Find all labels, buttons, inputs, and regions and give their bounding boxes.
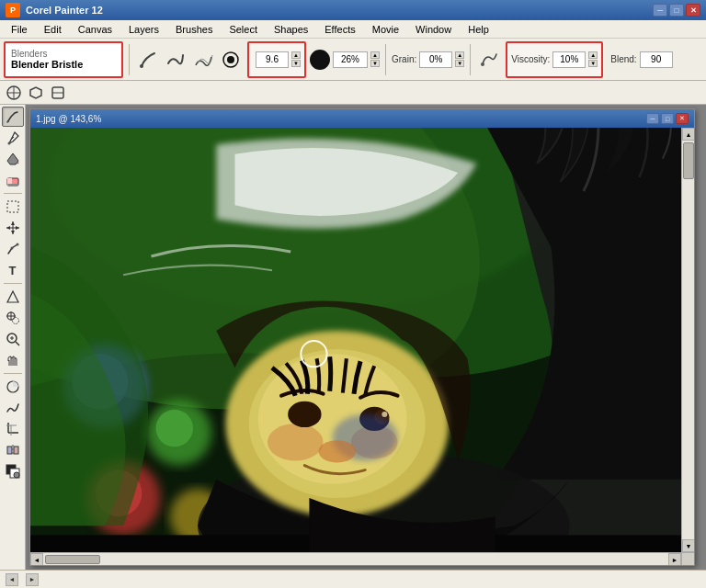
tool-transform[interactable]	[2, 218, 24, 238]
brush-category: Blenders	[11, 49, 116, 59]
doc-close-button[interactable]: ✕	[676, 113, 689, 124]
grain-up[interactable]: ▲	[455, 51, 464, 59]
maximize-button[interactable]: □	[669, 4, 684, 17]
menu-help[interactable]: Help	[461, 22, 496, 37]
viscosity-input[interactable]	[552, 51, 586, 68]
svg-point-42	[14, 472, 19, 478]
tool-dodge[interactable]	[2, 377, 24, 397]
opacity-spinner[interactable]: ▲ ▼	[370, 51, 380, 67]
scroll-down-button[interactable]: ▼	[682, 539, 694, 552]
scroll-v-track[interactable]	[682, 141, 694, 539]
app-title: Corel Painter 12	[26, 5, 653, 16]
tool-smudge[interactable]	[2, 398, 24, 418]
tab-scroll-right[interactable]: ►	[26, 573, 39, 586]
brush-stroke-tool-3[interactable]	[190, 47, 216, 73]
opacity-up[interactable]: ▲	[370, 51, 380, 59]
svg-marker-20	[16, 226, 19, 230]
size-input[interactable]	[256, 51, 289, 68]
size-spinner[interactable]: ▲ ▼	[291, 51, 301, 67]
tool-color[interactable]	[2, 461, 24, 481]
opacity-input[interactable]	[333, 51, 368, 68]
svg-point-10	[7, 142, 10, 145]
svg-marker-23	[7, 291, 18, 302]
vertical-scrollbar[interactable]: ▲ ▼	[681, 128, 694, 552]
tab-scroll-left[interactable]: ◄	[6, 573, 18, 586]
scroll-h-track[interactable]	[43, 553, 668, 565]
artwork-image	[30, 128, 681, 552]
viscosity-down[interactable]: ▼	[588, 60, 598, 67]
brush-selector[interactable]: Blenders Blender Bristle	[4, 41, 123, 78]
tool-crop[interactable]	[2, 419, 24, 439]
blend-input[interactable]	[640, 51, 673, 68]
menu-canvas[interactable]: Canvas	[71, 22, 120, 37]
brush-stroke-tool-1[interactable]	[135, 47, 161, 73]
document-titlebar: 1.jpg @ 143,6% ─ □ ✕	[30, 109, 694, 128]
scroll-v-thumb[interactable]	[683, 142, 694, 179]
opacity-down[interactable]: ▼	[370, 60, 380, 67]
viscosity-up[interactable]: ▲	[588, 51, 598, 59]
scroll-up-button[interactable]: ▲	[682, 128, 694, 141]
grain-down[interactable]: ▼	[455, 60, 464, 67]
sub-tool-2[interactable]	[26, 83, 46, 103]
tool-shape[interactable]	[2, 287, 24, 307]
toolbox: T	[0, 105, 26, 570]
menu-file[interactable]: File	[4, 22, 35, 37]
sub-tool-3[interactable]	[48, 83, 68, 103]
horizontal-scrollbar[interactable]: ◄ ►	[30, 552, 681, 565]
tool-magnify[interactable]	[2, 329, 24, 349]
app-icon: P	[6, 3, 20, 17]
brush-stroke-tool-2[interactable]	[163, 47, 188, 73]
sub-tool-1[interactable]	[4, 83, 24, 103]
size-preview-circle	[218, 47, 244, 73]
menu-movie[interactable]: Movie	[365, 22, 406, 37]
menu-shapes[interactable]: Shapes	[267, 22, 315, 37]
svg-point-21	[10, 247, 13, 250]
menu-layers[interactable]: Layers	[121, 22, 166, 37]
scroll-h-thumb[interactable]	[45, 555, 100, 564]
grain-label: Grain:	[392, 54, 416, 64]
tool-clone[interactable]	[2, 308, 24, 328]
size-control-group: ▲ ▼	[247, 41, 306, 78]
tool-selection[interactable]	[2, 197, 24, 217]
tool-fill[interactable]	[2, 149, 24, 169]
brush-tool-icons	[135, 47, 244, 73]
svg-point-61	[381, 412, 387, 417]
scroll-left-button[interactable]: ◄	[30, 553, 43, 565]
menu-brushes[interactable]: Brushes	[168, 22, 220, 37]
tool-dropper[interactable]	[2, 128, 24, 148]
separator-2	[385, 44, 386, 75]
grain-spinner[interactable]: ▲ ▼	[455, 51, 464, 67]
tool-pen[interactable]	[2, 239, 24, 259]
main-layout: T	[0, 105, 706, 570]
doc-maximize-button[interactable]: □	[661, 113, 674, 124]
toolbox-sep-3	[4, 373, 22, 374]
svg-point-22	[16, 243, 18, 246]
tool-eraser[interactable]	[2, 170, 24, 190]
scroll-right-button[interactable]: ►	[668, 553, 681, 565]
viscosity-spinner[interactable]: ▲ ▼	[588, 51, 598, 67]
brush-style-icon[interactable]	[476, 47, 502, 73]
size-down[interactable]: ▼	[291, 60, 301, 67]
size-up[interactable]: ▲	[291, 51, 301, 59]
grain-input[interactable]	[419, 51, 452, 68]
status-bar: ◄ ►	[0, 570, 706, 588]
menu-effects[interactable]: Effects	[317, 22, 362, 37]
svg-point-3	[481, 62, 484, 66]
svg-rect-13	[7, 184, 18, 186]
svg-point-0	[140, 64, 143, 68]
artwork-canvas[interactable]	[30, 128, 681, 552]
minimize-button[interactable]: ─	[653, 4, 667, 17]
document-title: 1.jpg @ 143,6%	[36, 114, 644, 124]
close-button[interactable]: ✕	[686, 4, 700, 17]
tool-brush[interactable]	[2, 107, 24, 127]
separator-1	[129, 44, 130, 75]
svg-point-2	[227, 56, 234, 63]
tool-hand[interactable]	[2, 350, 24, 370]
doc-minimize-button[interactable]: ─	[646, 113, 659, 124]
svg-marker-19	[6, 226, 10, 230]
tool-text[interactable]: T	[2, 260, 24, 280]
menu-select[interactable]: Select	[222, 22, 265, 37]
menu-edit[interactable]: Edit	[37, 22, 69, 37]
menu-window[interactable]: Window	[408, 22, 459, 37]
tool-mirror[interactable]	[2, 440, 24, 460]
